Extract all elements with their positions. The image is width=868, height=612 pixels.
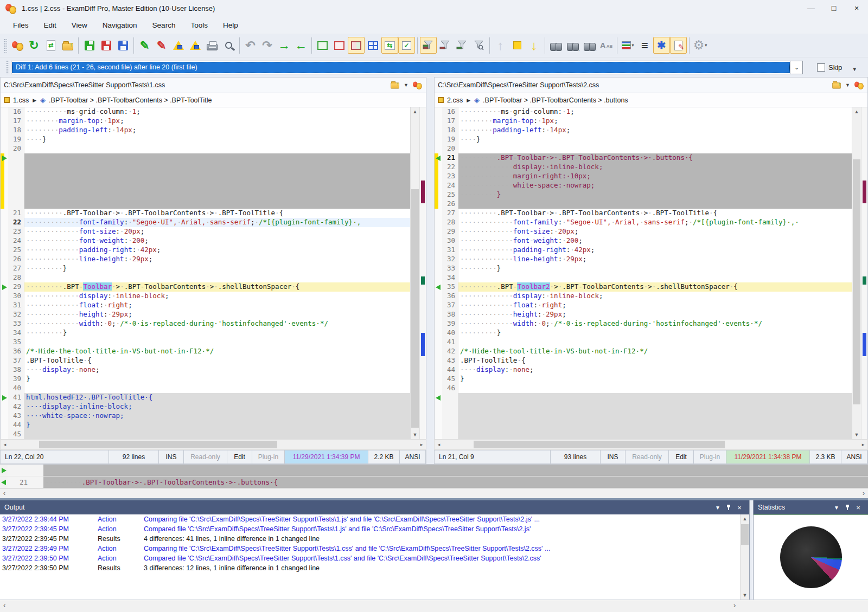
close-button[interactable]: × (845, 0, 868, 16)
code-line[interactable]: 29·········.BPT-Toolbar·>·.BPT-ToolbarCo… (1, 282, 410, 292)
code-line[interactable]: 38·············height:·29px; (435, 310, 852, 319)
preview-second-file-line[interactable]: 21·········.BPT-Toolbar·>·.BPT-ToolbarCo… (0, 476, 868, 488)
open-second-file-icon[interactable] (832, 82, 841, 88)
code-line[interactable]: 25·········} (435, 190, 852, 199)
diff-selector-combobox[interactable]: Diff 1: Add 6 lines (21 - 26, second fil… (11, 61, 803, 74)
diff-marker-icon[interactable] (436, 156, 441, 161)
code-line[interactable]: 22·············font-family:·"Segoe·UI",·… (1, 218, 410, 227)
bottom-horizontal-scrollbar[interactable]: ‹ › (0, 600, 868, 612)
breadcrumb-file-label[interactable]: 1.css (13, 96, 29, 104)
status-read-only[interactable]: Read-only (626, 450, 669, 463)
output-log-row[interactable]: 3/27/2022 2:39:45 PMResults4 differences… (0, 534, 740, 544)
output-log-row[interactable]: 3/27/2022 2:39:49 PMActionComparing file… (0, 544, 740, 553)
output-log-row[interactable]: 3/27/2022 2:39:44 PMActionComparing file… (0, 514, 740, 524)
status-plug-in[interactable]: Plug-in (252, 450, 285, 463)
close-icon[interactable]: × (734, 504, 745, 512)
code-line[interactable]: 35 (1, 338, 410, 347)
scroll-down-icon[interactable]: ▼ (852, 430, 861, 439)
code-line[interactable]: 36/*·Hide·the·tool·title·in·VS·but·not·i… (1, 347, 410, 356)
code-line[interactable]: 39} (1, 375, 410, 384)
code-line[interactable]: 37·············float:·right; (435, 301, 852, 310)
scroll-left-icon[interactable]: ◂ (435, 440, 443, 449)
grid-view-button[interactable] (365, 37, 381, 54)
code-line[interactable]: 45 (1, 430, 410, 439)
breadcrumb-node-path[interactable]: .BPT-Toolbar > .BPT-ToolbarContents > .B… (49, 96, 212, 104)
code-line[interactable]: 19····} (435, 135, 852, 144)
edit-second-file-button[interactable]: ✎ (153, 37, 170, 54)
compare-button[interactable] (9, 37, 25, 54)
save-both-files-button[interactable] (114, 37, 131, 54)
open-in-editor-button[interactable]: ✎ (670, 37, 687, 54)
code-line[interactable]: 17········margin-top:·1px; (435, 117, 852, 126)
code-line[interactable]: 21·········.BPT-Toolbar·>·.BPT-ToolbarCo… (1, 209, 410, 218)
output-log-row[interactable]: 3/27/2022 2:39:50 PMResults3 differences… (0, 563, 740, 573)
breadcrumb-file-label[interactable]: 2.css (447, 96, 463, 104)
scrollbar-thumb[interactable] (741, 524, 749, 545)
code-line[interactable]: 42····display:·inline-block; (1, 402, 410, 411)
code-line[interactable]: 20 (1, 144, 410, 153)
open-files-button[interactable] (59, 37, 76, 54)
output-log-row[interactable]: 3/27/2022 2:39:50 PMActionCompared file … (0, 553, 740, 563)
panel-menu-icon[interactable]: ▼ (712, 505, 723, 511)
split-view-button[interactable] (348, 37, 365, 54)
code-line[interactable]: 25·············padding-right:·42px; (1, 246, 410, 255)
filter-deleted-button[interactable] (437, 37, 454, 54)
scroll-down-icon[interactable]: ▼ (741, 591, 749, 600)
second-file-horizontal-scrollbar[interactable]: ◂ ▸ (434, 439, 868, 450)
diff-marker-icon[interactable] (2, 156, 7, 161)
code-line[interactable]: 32·············height:·29px; (1, 310, 410, 319)
menu-item-edit[interactable]: Edit (36, 18, 64, 33)
panel-menu-icon[interactable]: ▼ (831, 505, 842, 511)
code-line[interactable]: 37.BPT-ToolTitle·{ (1, 356, 410, 365)
status-read-only[interactable]: Read-only (184, 450, 227, 463)
code-line[interactable]: 24·············white-space:·nowrap; (435, 181, 852, 190)
code-line[interactable]: 40 (1, 384, 410, 393)
swap-panes-button[interactable]: ⇄ (42, 37, 59, 54)
output-vertical-scrollbar[interactable]: ▲ ▼ (740, 514, 749, 600)
find-next-button[interactable]: → (564, 37, 581, 54)
scroll-left-icon[interactable]: ‹ (3, 601, 5, 609)
view-layout-button[interactable]: ▾ (620, 37, 636, 54)
menu-item-tools[interactable]: Tools (183, 18, 215, 33)
code-line[interactable]: 26·············line-height:·29px; (1, 255, 410, 264)
first-file-vertical-scrollbar[interactable]: ▲ ▼ (410, 107, 419, 439)
menu-item-search[interactable]: Search (145, 18, 183, 33)
code-line[interactable]: 23·············font-size:·20px; (1, 227, 410, 236)
code-line[interactable]: 41html.hostedF12·.BPT-ToolTitle·{ (1, 393, 410, 402)
breadcrumb-node-path[interactable]: .BPT-Toolbar > .BPT-ToolbarContents > .b… (483, 96, 628, 104)
first-file-diff-map[interactable] (419, 107, 426, 439)
pin-icon[interactable] (723, 504, 734, 511)
diff-map-mark[interactable] (421, 333, 425, 356)
save-second-file-button[interactable] (98, 37, 114, 54)
toolbar-grip[interactable] (4, 38, 7, 53)
diff-marker-icon[interactable] (436, 395, 441, 401)
second-file-diff-map[interactable] (861, 107, 867, 439)
diff-map-mark[interactable] (421, 276, 425, 285)
status-insert-mode[interactable]: INS (601, 450, 626, 463)
code-line[interactable]: 29·············font-size:·20px; (435, 227, 852, 236)
code-line[interactable]: 39·············width:·0;·/*·0·is·replace… (435, 319, 852, 328)
preview-first-file-line[interactable] (0, 465, 868, 476)
code-line[interactable]: 20 (435, 144, 852, 153)
code-line[interactable]: 32·············line-height:·29px; (435, 255, 852, 264)
scroll-up-icon[interactable]: ▲ (852, 107, 861, 116)
line-details-button[interactable]: ≡ (636, 37, 653, 54)
scroll-left-icon[interactable]: ◂ (1, 440, 9, 449)
code-line[interactable]: 27·········} (1, 264, 410, 273)
show-options-button[interactable]: ✓ (398, 37, 415, 54)
menu-item-files[interactable]: Files (5, 18, 36, 33)
recompare-icon[interactable] (854, 81, 863, 89)
previous-difference-button[interactable]: ← (292, 37, 309, 54)
chevron-down-icon[interactable]: ▼ (404, 82, 409, 88)
toolbar-overflow-icon[interactable]: ▼ (852, 66, 857, 72)
code-line[interactable]: 18········padding-left:·14px; (435, 126, 852, 135)
minimize-button[interactable]: — (800, 0, 822, 16)
code-line[interactable]: 43····white-space:·nowrap; (1, 411, 410, 421)
diff-marker-icon[interactable] (436, 285, 441, 290)
code-line[interactable]: 31·············padding-right:·42px; (435, 246, 852, 255)
scroll-right-icon[interactable]: ▸ (417, 440, 426, 449)
code-line[interactable]: 34·········} (1, 328, 410, 338)
code-line[interactable]: 41 (435, 338, 852, 347)
print-preview-button[interactable] (220, 37, 237, 54)
filter-added-button[interactable] (454, 37, 470, 54)
